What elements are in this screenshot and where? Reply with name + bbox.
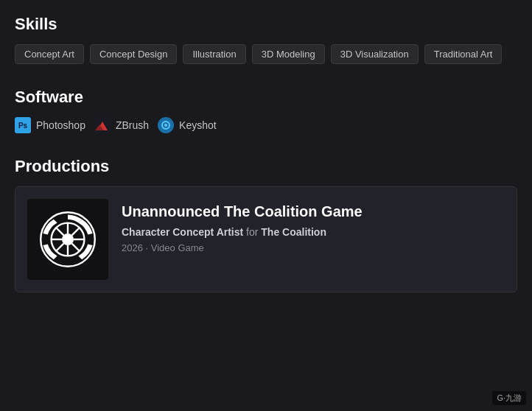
software-item[interactable]: PsPhotoshop [15, 117, 85, 133]
svg-line-15 [72, 228, 80, 235]
watermark: G·九游 [492, 391, 526, 405]
zbrush-icon [94, 117, 111, 133]
skill-tag[interactable]: Traditional Art [424, 44, 503, 64]
skill-tag[interactable]: Concept Design [90, 44, 178, 64]
svg-line-13 [56, 228, 63, 235]
production-card[interactable]: Unannounced The Coalition GameCharacter … [15, 186, 517, 292]
productions-list: Unannounced The Coalition GameCharacter … [15, 186, 517, 292]
software-name: Photoshop [36, 119, 85, 131]
skills-title: Skills [15, 15, 517, 34]
svg-line-16 [56, 244, 63, 251]
software-section: Software PsPhotoshop ZBrush Keyshot [15, 88, 517, 133]
skill-tag[interactable]: Concept Art [15, 44, 84, 64]
productions-title: Productions [15, 157, 517, 176]
software-items-container: PsPhotoshop ZBrush Keyshot [15, 117, 517, 133]
svg-point-5 [164, 124, 167, 127]
production-info: Unannounced The Coalition GameCharacter … [122, 199, 505, 253]
ps-icon: Ps [15, 117, 31, 133]
skill-tag[interactable]: 3D Modeling [252, 44, 325, 64]
production-title: Unannounced The Coalition Game [122, 203, 505, 220]
svg-line-14 [72, 244, 80, 251]
skill-tag[interactable]: Illustration [183, 44, 245, 64]
production-logo [27, 199, 108, 280]
software-title: Software [15, 88, 517, 107]
productions-section: Productions [15, 157, 517, 292]
skills-section: Skills Concept ArtConcept DesignIllustra… [15, 15, 517, 64]
software-name: Keyshot [179, 119, 217, 131]
production-meta: 2026 · Video Game [122, 242, 505, 253]
software-name: ZBrush [116, 119, 149, 131]
production-role: Character Concept Artist for The Coaliti… [122, 226, 505, 238]
software-item[interactable]: ZBrush [94, 117, 149, 133]
skills-tags-container: Concept ArtConcept DesignIllustration3D … [15, 44, 517, 64]
keyshot-icon [158, 117, 174, 133]
skill-tag[interactable]: 3D Visualization [331, 44, 419, 64]
software-item[interactable]: Keyshot [158, 117, 217, 133]
